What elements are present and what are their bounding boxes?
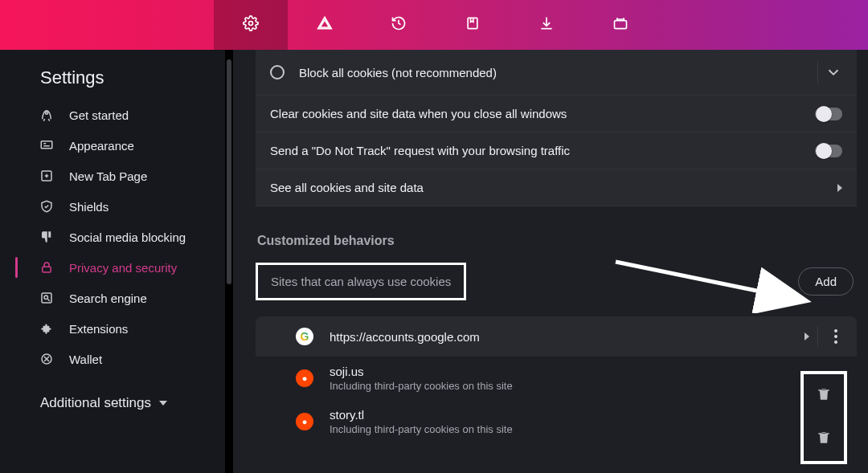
toolbar-downloads[interactable] bbox=[510, 0, 583, 50]
sidebar-item-extensions[interactable]: Extensions bbox=[0, 313, 233, 344]
toolbar-history[interactable] bbox=[362, 0, 436, 50]
annotation-delete-box bbox=[800, 371, 847, 464]
bookmarks-icon bbox=[465, 15, 481, 35]
sidebar-item-social-media-blocking[interactable]: Social media blocking bbox=[0, 222, 233, 252]
sidebar-item-label: Appearance bbox=[69, 139, 134, 153]
site-row[interactable]: https://accounts.google.com bbox=[256, 316, 857, 357]
shield-icon bbox=[39, 199, 55, 214]
top-toolbar bbox=[0, 0, 868, 50]
svg-rect-6 bbox=[43, 267, 51, 272]
toggle-knob bbox=[816, 143, 832, 159]
sidebar-title: Settings bbox=[0, 67, 233, 100]
toggle-knob bbox=[816, 106, 832, 122]
block-all-label: Block all cookies (not recommended) bbox=[299, 66, 497, 80]
chevron-down-icon bbox=[159, 401, 167, 406]
expand-button[interactable] bbox=[825, 63, 842, 81]
svg-point-3 bbox=[46, 112, 48, 114]
newtab-icon bbox=[39, 169, 55, 183]
settings-nav: Get started Appearance New Tab Page Shie… bbox=[0, 100, 233, 374]
rocket-icon bbox=[39, 108, 55, 122]
toolbar-bookmarks[interactable] bbox=[436, 0, 510, 50]
settings-sidebar: Settings Get started Appearance New Tab … bbox=[0, 50, 233, 473]
toolbar-warning[interactable] bbox=[288, 0, 362, 50]
divider bbox=[817, 326, 818, 347]
sidebar-item-appearance[interactable]: Appearance bbox=[0, 130, 233, 161]
toolbar-wallet[interactable] bbox=[583, 0, 657, 50]
sidebar-item-privacy-security[interactable]: Privacy and security bbox=[0, 252, 233, 283]
block-all-cookies-row[interactable]: Block all cookies (not recommended) bbox=[256, 50, 857, 96]
site-subtext: Including third-party cookies on this si… bbox=[330, 380, 513, 392]
svg-rect-7 bbox=[42, 293, 51, 303]
sidebar-item-new-tab-page[interactable]: New Tab Page bbox=[0, 161, 233, 191]
reddit-favicon-icon: ● bbox=[296, 369, 313, 387]
site-row[interactable]: ● soji.us Including third-party cookies … bbox=[256, 357, 857, 400]
do-not-track-row: Send a "Do Not Track" request with your … bbox=[256, 133, 857, 169]
sidebar-item-label: Social media blocking bbox=[69, 230, 186, 244]
customized-behaviors-title: Customized behaviors bbox=[256, 206, 857, 263]
allowed-sites-list: https://accounts.google.com ● soji.us bbox=[256, 316, 857, 443]
settings-icon bbox=[243, 15, 259, 35]
additional-settings-toggle[interactable]: Additional settings bbox=[0, 374, 233, 419]
see-all-label: See all cookies and site data bbox=[270, 181, 424, 194]
sidebar-item-label: New Tab Page bbox=[69, 169, 147, 183]
additional-settings-label: Additional settings bbox=[40, 395, 151, 411]
divider bbox=[817, 61, 818, 84]
add-site-button[interactable]: Add bbox=[798, 267, 854, 296]
svg-point-8 bbox=[44, 296, 48, 300]
clear-on-close-toggle[interactable] bbox=[815, 108, 842, 120]
sidebar-item-label: Search engine bbox=[69, 292, 147, 305]
do-not-track-toggle[interactable] bbox=[815, 145, 842, 157]
clear-on-close-label: Clear cookies and site data when you clo… bbox=[270, 107, 567, 120]
svg-rect-2 bbox=[615, 21, 627, 29]
walletnav-icon bbox=[39, 352, 55, 366]
site-subtext: Including third-party cookies on this si… bbox=[330, 423, 513, 435]
sidebar-item-label: Get started bbox=[69, 108, 129, 122]
appearance-icon bbox=[39, 138, 55, 153]
chevron-right-icon bbox=[805, 332, 809, 340]
downloads-icon bbox=[538, 15, 555, 35]
site-name: https://accounts.google.com bbox=[330, 330, 480, 344]
puzzle-icon bbox=[39, 321, 55, 336]
trash-icon bbox=[816, 386, 832, 402]
sidebar-item-label: Extensions bbox=[69, 322, 128, 336]
main-area: Settings Get started Appearance New Tab … bbox=[0, 50, 868, 473]
search-icon bbox=[39, 291, 55, 305]
site-row[interactable]: ● story.tl Including third-party cookies… bbox=[256, 400, 857, 443]
sidebar-scrollbar-thumb[interactable] bbox=[227, 59, 231, 284]
sidebar-item-label: Shields bbox=[69, 200, 108, 214]
chevron-down-icon bbox=[825, 63, 842, 81]
delete-site-button[interactable] bbox=[816, 430, 832, 449]
chevron-right-icon bbox=[837, 184, 842, 192]
reddit-favicon-icon: ● bbox=[296, 413, 313, 430]
sidebar-item-get-started[interactable]: Get started bbox=[0, 100, 233, 130]
wallet-icon bbox=[612, 15, 628, 35]
site-name: story.tl bbox=[330, 408, 513, 422]
always-use-cookies-label: Sites that can always use cookies bbox=[256, 263, 466, 300]
sidebar-item-wallet[interactable]: Wallet bbox=[0, 344, 233, 374]
thumbsdown-icon bbox=[39, 230, 55, 244]
lock-icon bbox=[39, 260, 55, 275]
sidebar-item-label: Privacy and security bbox=[69, 261, 177, 275]
settings-content: Block all cookies (not recommended) Clea… bbox=[233, 50, 868, 473]
site-name: soji.us bbox=[330, 365, 513, 378]
sidebar-item-label: Wallet bbox=[69, 353, 102, 366]
google-favicon-icon bbox=[296, 328, 313, 345]
radio-unchecked-icon[interactable] bbox=[270, 65, 285, 80]
trash-icon bbox=[816, 430, 832, 446]
always-use-cookies-header: Sites that can always use cookies Add bbox=[256, 263, 857, 312]
sidebar-item-shields[interactable]: Shields bbox=[0, 191, 233, 222]
site-options-button[interactable] bbox=[826, 324, 845, 349]
delete-site-button[interactable] bbox=[816, 386, 832, 406]
sidebar-scrollbar-track[interactable] bbox=[225, 50, 233, 473]
toolbar-spacer bbox=[0, 0, 214, 50]
history-icon bbox=[391, 15, 407, 35]
toolbar-settings[interactable] bbox=[214, 0, 288, 50]
see-all-cookies-row[interactable]: See all cookies and site data bbox=[256, 169, 857, 206]
svg-point-0 bbox=[249, 22, 253, 26]
dnt-label: Send a "Do Not Track" request with your … bbox=[270, 144, 570, 157]
svg-rect-4 bbox=[41, 141, 52, 149]
clear-on-close-row: Clear cookies and site data when you clo… bbox=[256, 96, 857, 133]
sidebar-item-search-engine[interactable]: Search engine bbox=[0, 283, 233, 313]
warning-icon bbox=[317, 15, 333, 35]
